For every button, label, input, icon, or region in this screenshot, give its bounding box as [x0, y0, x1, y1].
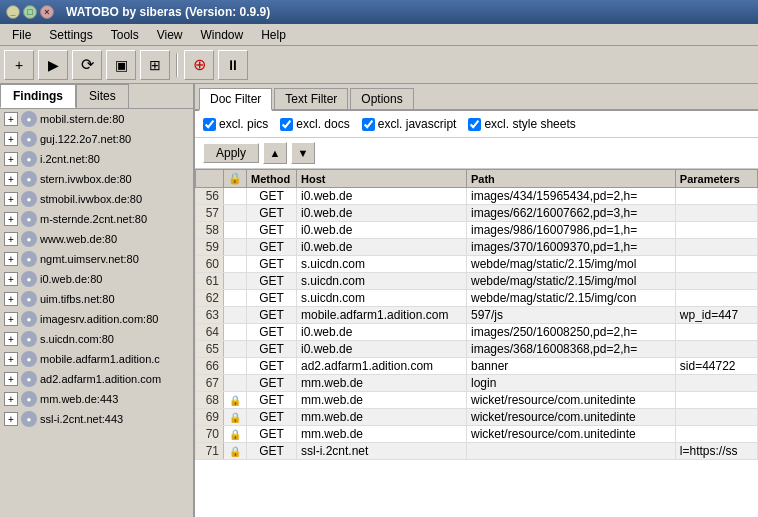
col-parameters[interactable]: Parameters [675, 170, 757, 188]
sidebar-item[interactable]: + ● stern.ivwbox.de:80 [0, 169, 193, 189]
tree-expand[interactable]: + [4, 292, 18, 306]
sidebar-item[interactable]: + ● guj.122.2o7.net:80 [0, 129, 193, 149]
excl-pics-checkbox[interactable] [203, 118, 216, 131]
table-row[interactable]: 58 GET i0.web.de images/986/16007986,pd=… [196, 222, 758, 239]
menu-file[interactable]: File [4, 26, 39, 44]
excl-stylesheets-label[interactable]: excl. style sheets [468, 117, 575, 131]
sidebar-item[interactable]: + ● i.2cnt.net:80 [0, 149, 193, 169]
sidebar-item[interactable]: + ● ad2.adfarm1.adition.com [0, 369, 193, 389]
menu-tools[interactable]: Tools [103, 26, 147, 44]
tree-expand[interactable]: + [4, 412, 18, 426]
apply-button[interactable]: Apply [203, 143, 259, 163]
menu-settings[interactable]: Settings [41, 26, 100, 44]
table-row[interactable]: 67 GET mm.web.de login [196, 375, 758, 392]
sidebar-item[interactable]: + ● mm.web.de:443 [0, 389, 193, 409]
tree-expand[interactable]: + [4, 372, 18, 386]
maximize-button[interactable]: □ [23, 5, 37, 19]
grid-button[interactable]: ▣ [106, 50, 136, 80]
menu-help[interactable]: Help [253, 26, 294, 44]
sidebar-item[interactable]: + ● m-sternde.2cnt.net:80 [0, 209, 193, 229]
site-label: stmobil.ivwbox.de:80 [40, 193, 142, 205]
tab-findings[interactable]: Findings [0, 84, 76, 108]
table-row[interactable]: 61 GET s.uicdn.com webde/mag/static/2.15… [196, 273, 758, 290]
excl-javascript-label[interactable]: excl. javascript [362, 117, 457, 131]
table-row[interactable]: 66 GET ad2.adfarm1.adition.com banner si… [196, 358, 758, 375]
tree-expand[interactable]: + [4, 152, 18, 166]
tree-expand[interactable]: + [4, 252, 18, 266]
table-row[interactable]: 60 GET s.uicdn.com webde/mag/static/2.15… [196, 256, 758, 273]
menu-window[interactable]: Window [193, 26, 252, 44]
row-method: GET [247, 290, 297, 307]
col-path[interactable]: Path [467, 170, 676, 188]
close-button[interactable]: × [40, 5, 54, 19]
tree-expand[interactable]: + [4, 272, 18, 286]
tree-expand[interactable]: + [4, 192, 18, 206]
tree-expand[interactable]: + [4, 132, 18, 146]
col-host[interactable]: Host [297, 170, 467, 188]
row-params [675, 375, 757, 392]
table-row[interactable]: 56 GET i0.web.de images/434/15965434,pd=… [196, 188, 758, 205]
excl-docs-checkbox[interactable] [280, 118, 293, 131]
sidebar-item[interactable]: + ● stmobil.ivwbox.de:80 [0, 189, 193, 209]
tree-expand[interactable]: + [4, 392, 18, 406]
row-lock [224, 324, 247, 341]
row-path: webde/mag/static/2.15/img/con [467, 290, 676, 307]
table-row[interactable]: 62 GET s.uicdn.com webde/mag/static/2.15… [196, 290, 758, 307]
table-row[interactable]: 63 GET mobile.adfarm1.adition.com 597/js… [196, 307, 758, 324]
tab-sites[interactable]: Sites [76, 84, 129, 108]
tab-text-filter[interactable]: Text Filter [274, 88, 348, 109]
excl-pics-label[interactable]: excl. pics [203, 117, 268, 131]
menu-view[interactable]: View [149, 26, 191, 44]
refresh-button[interactable]: ⟳ [72, 50, 102, 80]
down-arrow-button[interactable]: ▼ [291, 142, 315, 164]
sidebar-item[interactable]: + ● mobil.stern.de:80 [0, 109, 193, 129]
table-row[interactable]: 70 🔒 GET mm.web.de wicket/resource/com.u… [196, 426, 758, 443]
row-host: mm.web.de [297, 426, 467, 443]
tree-expand[interactable]: + [4, 312, 18, 326]
sidebar-item[interactable]: + ● www.web.de:80 [0, 229, 193, 249]
tree-expand[interactable]: + [4, 112, 18, 126]
row-number: 58 [196, 222, 224, 239]
table-row[interactable]: 64 GET i0.web.de images/250/16008250,pd=… [196, 324, 758, 341]
row-method: GET [247, 307, 297, 324]
record-button[interactable]: ⊕ [184, 50, 214, 80]
site-label: ad2.adfarm1.adition.com [40, 373, 161, 385]
row-lock [224, 222, 247, 239]
layout-button[interactable]: ⊞ [140, 50, 170, 80]
table-row[interactable]: 57 GET i0.web.de images/662/16007662,pd=… [196, 205, 758, 222]
sidebar-item[interactable]: + ● uim.tifbs.net:80 [0, 289, 193, 309]
run-button[interactable]: ▶ [38, 50, 68, 80]
table-header: 🔒 Method Host Path Parameters [196, 170, 758, 188]
pause-button[interactable]: ⏸ [218, 50, 248, 80]
sidebar-item[interactable]: + ● mobile.adfarm1.adition.c [0, 349, 193, 369]
excl-docs-label[interactable]: excl. docs [280, 117, 349, 131]
table-row[interactable]: 71 🔒 GET ssl-i.2cnt.net l=https://ss [196, 443, 758, 460]
excl-stylesheets-checkbox[interactable] [468, 118, 481, 131]
add-button[interactable]: + [4, 50, 34, 80]
tab-doc-filter[interactable]: Doc Filter [199, 88, 272, 111]
minimize-button[interactable]: _ [6, 5, 20, 19]
sidebar-item[interactable]: + ● ngmt.uimserv.net:80 [0, 249, 193, 269]
tree-expand[interactable]: + [4, 352, 18, 366]
table-row[interactable]: 68 🔒 GET mm.web.de wicket/resource/com.u… [196, 392, 758, 409]
row-number: 60 [196, 256, 224, 273]
row-params [675, 188, 757, 205]
tree-expand[interactable]: + [4, 232, 18, 246]
sidebar-item[interactable]: + ● imagesrv.adition.com:80 [0, 309, 193, 329]
sidebar-item[interactable]: + ● i0.web.de:80 [0, 269, 193, 289]
tree-expand[interactable]: + [4, 332, 18, 346]
tree-expand[interactable]: + [4, 172, 18, 186]
tree-expand[interactable]: + [4, 212, 18, 226]
table-row[interactable]: 69 🔒 GET mm.web.de wicket/resource/com.u… [196, 409, 758, 426]
tab-options[interactable]: Options [350, 88, 413, 109]
col-method[interactable]: Method [247, 170, 297, 188]
row-host: s.uicdn.com [297, 290, 467, 307]
table-row[interactable]: 59 GET i0.web.de images/370/16009370,pd=… [196, 239, 758, 256]
table-row[interactable]: 65 GET i0.web.de images/368/16008368,pd=… [196, 341, 758, 358]
sidebar-item[interactable]: + ● ssl-i.2cnt.net:443 [0, 409, 193, 429]
site-icon: ● [21, 171, 37, 187]
excl-javascript-checkbox[interactable] [362, 118, 375, 131]
window-controls[interactable]: _ □ × [6, 5, 54, 19]
sidebar-item[interactable]: + ● s.uicdn.com:80 [0, 329, 193, 349]
up-arrow-button[interactable]: ▲ [263, 142, 287, 164]
